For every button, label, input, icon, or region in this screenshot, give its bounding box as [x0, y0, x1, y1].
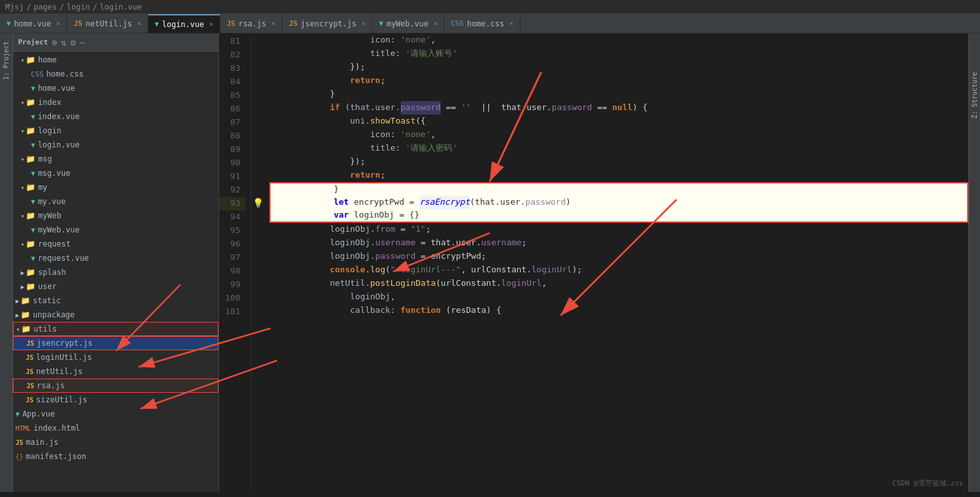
js-file-icon: JS [15, 439, 23, 446]
sidebar-item-request-vue[interactable]: ▼ request.vue [13, 251, 218, 265]
folder-icon: 📁 [26, 155, 35, 164]
vue-file-icon: ▼ [31, 226, 35, 234]
sidebar-item-myWeb-vue[interactable]: ▼ myWeb.vue [13, 223, 218, 237]
folder-icon: 📁 [26, 282, 35, 291]
code-line-94: var loginObj = {} [269, 209, 968, 223]
vue-icon: ▼ [155, 20, 159, 28]
vue-icon: ▼ [6, 19, 11, 28]
tab-bar: ▼ home.vue × JS netUtil.js × ▼ login.vue… [0, 14, 980, 33]
watermark: CSDN @雪芹蓝域.zzs [892, 478, 963, 489]
sidebar-item-home-css[interactable]: CSS home.css [13, 67, 218, 81]
close-icon[interactable]: × [56, 20, 60, 27]
tab-myweb-vue[interactable]: ▼ myWeb.vue × [372, 14, 445, 33]
sidebar-item-request[interactable]: ▾ 📁 request [13, 237, 218, 251]
editor-area: 81 82 83 84 85 86 87 88 89 90 91 92 93 9… [219, 33, 968, 492]
expand-arrow: ▶ [21, 269, 24, 276]
expand-arrow: ▾ [21, 156, 24, 163]
sidebar-item-loginUtil[interactable]: JS loginUtil.js [13, 350, 218, 364]
code-editor[interactable]: icon: 'none', title: '请输入账号' }); return; [264, 33, 968, 492]
sidebar-item-login[interactable]: ▾ 📁 login [13, 124, 218, 138]
sidebar-item-home-vue[interactable]: ▼ home.vue [13, 81, 218, 95]
sidebar-item-login-vue[interactable]: ▼ login.vue [13, 138, 218, 152]
sort-icon[interactable]: ⇅ [61, 37, 66, 48]
sidebar-item-home[interactable]: ▾ 📁 home [13, 53, 218, 67]
sidebar-item-index-vue[interactable]: ▼ index.vue [13, 109, 218, 124]
tab-login-vue[interactable]: ▼ login.vue × [148, 14, 220, 33]
breadcrumb-item[interactable]: Mjsj [5, 3, 24, 12]
sidebar-item-splash[interactable]: ▶ 📁 splash [13, 265, 218, 279]
css-icon: CSS [451, 19, 464, 28]
code-line-82: title: '请输入账号' [269, 47, 968, 61]
sidebar-item-jsencrypt[interactable]: JS jsencrypt.js [13, 336, 218, 350]
code-line-99: netUtil.postLoginData(urlConstant.loginU… [269, 277, 968, 290]
code-line-101: callback: function (resData) { [269, 304, 968, 317]
line-numbers: 81 82 83 84 85 86 87 88 89 90 91 92 93 9… [219, 33, 251, 492]
vue-icon: ▼ [379, 19, 383, 28]
sidebar-item-index[interactable]: ▾ 📁 index [13, 95, 218, 109]
tab-netutil-js[interactable]: JS netUtil.js × [67, 14, 148, 33]
folder-icon: 📁 [26, 211, 35, 220]
gutter: 💡 [251, 33, 264, 492]
sidebar-tree: ▾ 📁 home CSS home.css ▼ home.vue ▾ 📁 ind… [13, 52, 218, 492]
js-icon: JS [227, 19, 235, 28]
code-line-90: }); [269, 155, 968, 169]
folder-icon: 📁 [26, 55, 35, 64]
code-line-85: } [269, 88, 968, 101]
sidebar-item-netUtil[interactable]: JS netUtil.js [13, 364, 218, 379]
sidebar-item-main-js[interactable]: JS main.js [13, 435, 218, 449]
sidebar-item-app-vue[interactable]: ▼ App.vue [13, 407, 218, 421]
sidebar-item-user[interactable]: ▶ 📁 user [13, 279, 218, 294]
close-icon[interactable]: × [434, 20, 437, 27]
sidebar-item-my-vue[interactable]: ▼ my.vue [13, 194, 218, 209]
sidebar-item-static[interactable]: ▶ 📁 static [13, 294, 218, 308]
sidebar-item-manifest[interactable]: {} manifest.json [13, 449, 218, 464]
close-icon[interactable]: × [137, 20, 141, 27]
minus-icon[interactable]: − [80, 37, 85, 48]
sidebar-item-sizeUtil[interactable]: JS sizeUtil.js [13, 393, 218, 407]
expand-arrow: ▶ [15, 297, 19, 305]
js-file-icon: JS [26, 340, 34, 347]
code-line-84: return; [269, 74, 968, 88]
code-line-83: }); [269, 61, 968, 74]
code-line-88: icon: 'none', [269, 128, 968, 142]
expand-arrow: ▾ [21, 57, 24, 64]
expand-arrow: ▶ [21, 283, 24, 290]
js-file-icon: JS [26, 382, 34, 389]
html-file-icon: HTML [15, 425, 31, 432]
sidebar-item-unpackage[interactable]: ▶ 📁 unpackage [13, 308, 218, 322]
vue-file-icon: ▼ [31, 84, 35, 93]
folder-icon: 📁 [26, 98, 35, 107]
close-icon[interactable]: × [510, 20, 514, 27]
json-file-icon: {} [15, 453, 23, 460]
js-file-icon: JS [26, 397, 34, 404]
line-number-93: 93 [219, 197, 245, 211]
tab-jsencrypt-js[interactable]: JS jsencrypt.js × [282, 14, 372, 33]
sidebar-item-msg-vue[interactable]: ▼ msg.vue [13, 166, 218, 180]
settings-icon[interactable]: ⚙ [70, 37, 75, 48]
breadcrumb-item[interactable]: login.vue [100, 3, 142, 12]
tab-rsa-js[interactable]: JS rsa.js × [220, 14, 283, 33]
folder-icon: 📁 [26, 268, 35, 277]
code-line-81: icon: 'none', [269, 33, 968, 47]
tab-home-css[interactable]: CSS home.css × [445, 14, 521, 33]
sidebar-item-index-html[interactable]: HTML index.html [13, 421, 218, 435]
js-icon: JS [289, 19, 297, 28]
close-icon[interactable]: × [209, 21, 213, 28]
close-icon[interactable]: × [361, 20, 365, 27]
sidebar-item-msg[interactable]: ▾ 📁 msg [13, 152, 218, 166]
sidebar-item-rsa[interactable]: JS rsa.js [13, 379, 218, 393]
breadcrumb-item[interactable]: login [67, 3, 90, 12]
breadcrumb-item[interactable]: pages [34, 3, 57, 12]
sidebar-item-myWeb[interactable]: ▾ 📁 myWeb [13, 209, 218, 223]
folder-icon: 📁 [26, 183, 35, 192]
code-line-87: uni.showToast({ [269, 115, 968, 128]
intention-bulb[interactable]: 💡 [251, 196, 264, 209]
code-line-86: if (that.user.password == '' || that.use… [269, 101, 968, 115]
tab-home-vue[interactable]: ▼ home.vue × [0, 14, 67, 33]
sidebar-item-my[interactable]: ▾ 📁 my [13, 180, 218, 194]
project-label: Project [18, 38, 48, 46]
gear-icon[interactable]: ⊕ [52, 37, 57, 48]
close-icon[interactable]: × [271, 20, 275, 27]
sidebar-item-utils[interactable]: ▾ 📁 utils [13, 322, 218, 336]
expand-arrow: ▾ [16, 326, 20, 333]
